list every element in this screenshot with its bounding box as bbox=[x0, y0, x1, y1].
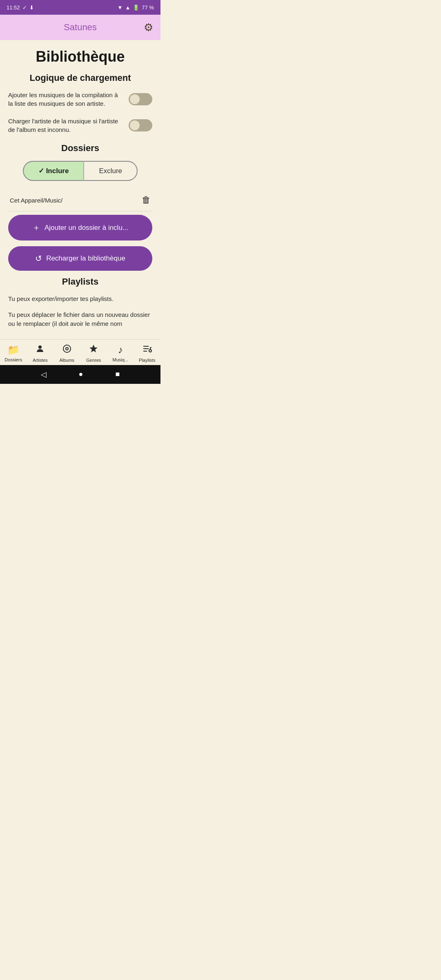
folders-heading: Dossiers bbox=[8, 143, 152, 154]
trash-icon[interactable]: 🗑 bbox=[142, 195, 151, 205]
folder-section: Dossiers Inclure Exclure Cet Appareil/Mu… bbox=[8, 143, 152, 271]
bottom-nav: 📁 Dossiers Artistes Albums Genres ♪ Musi… bbox=[0, 339, 160, 365]
nav-item-genres[interactable]: Genres bbox=[80, 344, 107, 363]
toggle2-track bbox=[129, 119, 152, 131]
status-left: 11:52 ✓ ⬇ bbox=[7, 4, 34, 11]
artistes-icon bbox=[35, 344, 45, 356]
playlists-heading: Playlists bbox=[8, 276, 152, 287]
svg-point-0 bbox=[38, 345, 42, 349]
dossiers-label: Dossiers bbox=[4, 357, 22, 362]
playlists-nav-label: Playlists bbox=[139, 358, 155, 363]
nav-item-dossiers[interactable]: 📁 Dossiers bbox=[0, 344, 27, 362]
playlists-section: Playlists Tu peux exporter/importer tes … bbox=[8, 276, 152, 329]
genres-icon bbox=[89, 344, 98, 356]
playlists-desc2: Tu peux déplacer le fichier dans un nouv… bbox=[8, 310, 152, 329]
nav-item-musique[interactable]: ♪ Musiq... bbox=[107, 344, 134, 362]
musique-icon: ♪ bbox=[118, 344, 123, 356]
playlists-desc1: Tu peux exporter/importer tes playlists. bbox=[8, 294, 152, 304]
status-download-icon: ⬇ bbox=[29, 4, 34, 11]
status-time: 11:52 bbox=[7, 4, 20, 11]
genres-label: Genres bbox=[86, 358, 101, 363]
svg-point-1 bbox=[63, 345, 71, 352]
system-nav: ◁ ● ■ bbox=[0, 365, 160, 384]
back-button[interactable]: ◁ bbox=[41, 370, 47, 379]
exclude-tab[interactable]: Exclure bbox=[84, 161, 138, 181]
status-bar: 11:52 ✓ ⬇ ▼ ▲ 🔋 77 % bbox=[0, 0, 160, 15]
recent-button[interactable]: ■ bbox=[116, 370, 120, 379]
status-check-icon: ✓ bbox=[22, 4, 27, 11]
tab-toggle: Inclure Exclure bbox=[8, 161, 152, 181]
albums-icon bbox=[62, 344, 72, 356]
nav-item-playlists[interactable]: Playlists bbox=[134, 344, 161, 363]
musique-label: Musiq... bbox=[112, 357, 128, 362]
setting-row-toggle2: Charger l'artiste de la musique si l'art… bbox=[8, 117, 152, 134]
nav-item-artistes[interactable]: Artistes bbox=[27, 344, 54, 363]
app-title: Satunes bbox=[64, 22, 97, 33]
toggle2-switch[interactable] bbox=[129, 119, 152, 131]
folder-path: Cet Appareil/Music/ bbox=[10, 197, 62, 204]
battery-icon: 🔋 bbox=[133, 4, 139, 11]
artistes-label: Artistes bbox=[33, 358, 48, 363]
toggle1-track bbox=[129, 93, 152, 105]
include-tab[interactable]: Inclure bbox=[23, 161, 84, 181]
wifi-icon: ▼ bbox=[118, 4, 123, 11]
settings-icon[interactable]: ⚙ bbox=[144, 21, 153, 34]
page-heading: Bibliothèque bbox=[8, 48, 152, 65]
nav-item-albums[interactable]: Albums bbox=[53, 344, 80, 363]
add-folder-label: Ajouter un dossier à inclu... bbox=[45, 224, 128, 232]
folder-item: Cet Appareil/Music/ 🗑 bbox=[8, 189, 152, 212]
svg-point-2 bbox=[66, 347, 68, 350]
home-button[interactable]: ● bbox=[79, 370, 83, 379]
main-content: Bibliothèque Logique de chargement Ajout… bbox=[0, 40, 160, 339]
toggle2-label: Charger l'artiste de la musique si l'art… bbox=[8, 117, 122, 134]
app-header: Satunes ⚙ bbox=[0, 15, 160, 40]
dossiers-icon: 📁 bbox=[7, 344, 20, 356]
battery-level: 77 % bbox=[142, 4, 154, 11]
toggle1-label: Ajouter les musiques de la compilation à… bbox=[8, 91, 122, 108]
setting-row-toggle1: Ajouter les musiques de la compilation à… bbox=[8, 91, 152, 108]
reload-icon: ↺ bbox=[35, 254, 42, 263]
albums-label: Albums bbox=[59, 358, 74, 363]
add-folder-button[interactable]: ＋ Ajouter un dossier à inclu... bbox=[8, 215, 152, 241]
signal-icon: ▲ bbox=[125, 4, 130, 11]
playlists-icon bbox=[142, 344, 152, 356]
plus-icon: ＋ bbox=[32, 222, 40, 233]
loading-logic-heading: Logique de chargement bbox=[8, 73, 152, 83]
status-right: ▼ ▲ 🔋 77 % bbox=[118, 4, 154, 11]
toggle1-switch[interactable] bbox=[129, 93, 152, 105]
svg-point-7 bbox=[149, 350, 151, 352]
reload-button[interactable]: ↺ Recharger la bibliothèque bbox=[8, 246, 152, 271]
reload-label: Recharger la bibliothèque bbox=[46, 254, 125, 263]
svg-marker-3 bbox=[89, 345, 98, 352]
